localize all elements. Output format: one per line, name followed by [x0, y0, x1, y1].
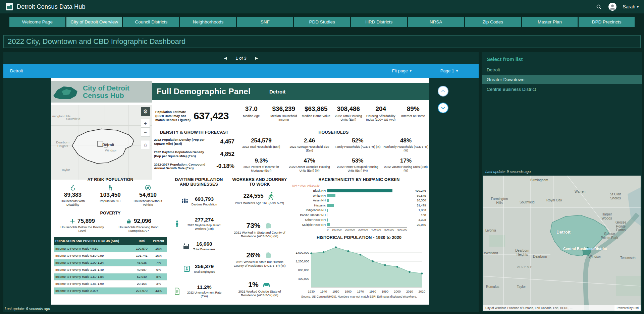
pager-label: 1 of 3: [235, 56, 247, 61]
badge-icon: [183, 265, 191, 273]
powered-by-esri: Powered by Esri: [614, 305, 641, 311]
stat-cell: 9.3%2022 Percent of Income for Mortgage …: [238, 158, 285, 172]
race-bar-row: White NH60,545: [292, 193, 426, 198]
overview-map[interactable]: BirminghamWarrenSt Clair ShoresFarmingto…: [483, 176, 641, 311]
map-label-southfield: Southfield: [520, 200, 534, 204]
forecast-title: DENSITY & GROWTH FORECAST: [152, 130, 236, 135]
map-label-windsor: Windsor: [589, 255, 601, 259]
at-risk-title: AT RISK POPULATION: [54, 177, 167, 182]
stat-cell: 75,899Households Below the Poverty Level: [54, 218, 110, 233]
stat-cell: 256,379Total Employees: [171, 257, 227, 280]
app-logo-icon: [5, 3, 13, 11]
stat-cell: $63,865Median Home Value: [300, 103, 332, 129]
list-item-detroit[interactable]: Detroit: [482, 65, 642, 74]
sidebar-last-update: Last update: 9 seconds ago: [485, 170, 531, 174]
stat-cell: 693,793Daytime Population: [171, 190, 227, 212]
panel-header: Full Demographic Panel Detroit: [152, 83, 429, 100]
households-section: HOUSEHOLDS 254,5792022 Total Households …: [238, 130, 429, 172]
stat-cell: 52%Family Households (ACS 5-Yr) (%): [334, 137, 381, 152]
daytime-title: DAYTIME POPULATION AND BUSINESSES: [171, 177, 227, 187]
svg-text:1990: 1990: [382, 290, 388, 293]
panel-map[interactable]: mington HillsSouthfieldDearborn HeightsD…: [51, 105, 152, 180]
zoom-in-button[interactable]: +: [141, 119, 150, 128]
poverty-table-header: POPULATION AND POVERTY STATUS (ACS) Tota…: [54, 237, 167, 245]
poverty-table: POPULATION AND POVERTY STATUS (ACS) Tota…: [54, 237, 167, 295]
tab-master-plan[interactable]: Master Plan: [522, 17, 578, 27]
viewer-region-label: Detroit: [10, 68, 23, 73]
stat-cell: 204Housing Affordability Index (100= US …: [365, 103, 397, 129]
map-label-southfield: Southfield: [66, 117, 80, 121]
tab-bar: Welcome PageCity of Detroit OverviewCoun…: [9, 17, 635, 27]
x-tick: 0: [327, 228, 328, 231]
poverty-table-row: Income to Poverty Ratio 1.25-1.4940,6876…: [54, 266, 167, 273]
race-bar-row: Indigenous NH1,353: [292, 208, 426, 213]
tab-city-of-detroit-overview[interactable]: City of Detroit Overview: [66, 17, 122, 27]
map-label-livonia: Livonia: [485, 229, 496, 233]
list-item-central-business-district[interactable]: Central Business District: [482, 85, 642, 94]
panel-bottom: AT RISK POPULATION 89,383Households With…: [51, 177, 429, 305]
zoom-out-button[interactable]: −: [141, 128, 150, 137]
map-label-wayne: WAYNE: [517, 265, 533, 269]
stat-cell: 224,5552021 Workers Age 16+ (ACS 5-Yr): [230, 190, 289, 219]
senior-icon: [107, 184, 114, 191]
map-label-royal-oak: Royal Oak: [546, 198, 562, 202]
svg-text:2000: 2000: [394, 290, 400, 293]
tab-dpd-precincts[interactable]: DPD Precincts: [579, 17, 635, 27]
stat-cell: 37.0Median Age: [235, 103, 268, 129]
stat-cell: 2.462022 Average Household Size (Esri): [286, 137, 333, 152]
stat-cell: 11.2%2022 Unemployment Rate (Esri): [171, 280, 227, 302]
map-settings-button[interactable]: ⚙: [141, 107, 150, 116]
tab-zip-codes[interactable]: Zip Codes: [465, 17, 521, 27]
map-label-detroit: Detroit: [102, 143, 114, 147]
poverty-table-row: Income to Poverty Ratio 0.50-0.99101,741…: [54, 252, 167, 259]
search-icon[interactable]: [596, 4, 602, 10]
region-list: DetroitGreater DowntownCentral Business …: [482, 65, 642, 94]
next-page-icon[interactable]: ▶: [255, 56, 258, 60]
scroll-up-button[interactable]: [438, 86, 448, 97]
forecast-row: 2022 Daytime Population Density (Pop per…: [154, 150, 234, 158]
map-label-taylor: Taylor: [61, 168, 70, 172]
home-button[interactable]: ⌂: [141, 140, 150, 149]
x-tick: 400,000: [371, 228, 381, 231]
page-dropdown[interactable]: Page 1 ▾: [440, 68, 458, 73]
select-list-title: Select from list: [482, 52, 642, 65]
population-estimate-label: Population Estimate (ESRI Data: may not …: [155, 110, 191, 122]
list-item-greater-downtown[interactable]: Greater Downtown: [482, 75, 642, 84]
chart-note: NH = Non-Hispanic: [292, 184, 426, 187]
tab-welcome-page[interactable]: Welcome Page: [9, 17, 65, 27]
census-hub-logo: City of Detroit Census Hub: [51, 81, 152, 103]
forecast-rows: 2022 Population Density (Pop per Square …: [152, 138, 236, 170]
historical-population-chart: 400,000800,0001,200,0001,600,00019301940…: [292, 241, 426, 294]
scroll-down-button[interactable]: [438, 103, 448, 113]
poverty-table-row: Income to Poverty Ratio 1.50-1.8452,0408…: [54, 273, 167, 280]
walking-person-icon: [267, 191, 276, 200]
svg-text:1980: 1980: [369, 290, 376, 293]
state-icon: [264, 221, 273, 230]
tab-pdd-studies[interactable]: PDD Studies: [294, 17, 350, 27]
poverty-items: 75,899Households Below the Poverty Level…: [54, 218, 167, 233]
forecast-section: DENSITY & GROWTH FORECAST 2022 Populatio…: [152, 130, 236, 170]
stat-cell: 17%2022 Vacant Housing Units (Esri) (%): [382, 158, 429, 172]
overview-map-labels: BirminghamWarrenSt Clair ShoresFarmingto…: [483, 176, 641, 311]
tab-council-districts[interactable]: Council Districts: [123, 17, 179, 27]
report-viewer: ◀ 1 of 3 ▶ Detroit Fit page ▾ Page 1 ▾: [3, 52, 479, 312]
viewer-body: City of Detroit Census Hub: [3, 78, 479, 312]
panel-region: Detroit: [269, 89, 285, 95]
map-attribution: City of Windsor, Province of Ontario, Es…: [485, 306, 573, 310]
tab-neighborhoods[interactable]: Neighborhoods: [180, 17, 236, 27]
daytime-items: 693,793Daytime Population277,2742022 Day…: [171, 190, 227, 302]
user-menu[interactable]: Sarah ▾: [623, 4, 639, 9]
map-label-warren: Warren: [575, 190, 585, 194]
race-bar-row: Multiple Race NH20,085: [292, 223, 426, 228]
poverty-table-body: Income to Poverty Ratio <0.50100,57016%I…: [54, 245, 167, 294]
svg-text:1960: 1960: [345, 290, 352, 293]
tab-snf[interactable]: SNF: [237, 17, 293, 27]
avatar[interactable]: [608, 2, 617, 11]
poverty-table-row: Income to Poverty Ratio 2.00+273,97043%: [54, 287, 167, 294]
tab-hrd-districts[interactable]: HRD Districts: [351, 17, 407, 27]
x-tick: 100,000: [332, 228, 342, 231]
infographic-panel: City of Detroit Census Hub: [51, 78, 429, 305]
fit-page-dropdown[interactable]: Fit page ▾: [392, 68, 412, 73]
tab-nrsa[interactable]: NRSA: [408, 17, 464, 27]
prev-page-icon[interactable]: ◀: [224, 56, 227, 60]
